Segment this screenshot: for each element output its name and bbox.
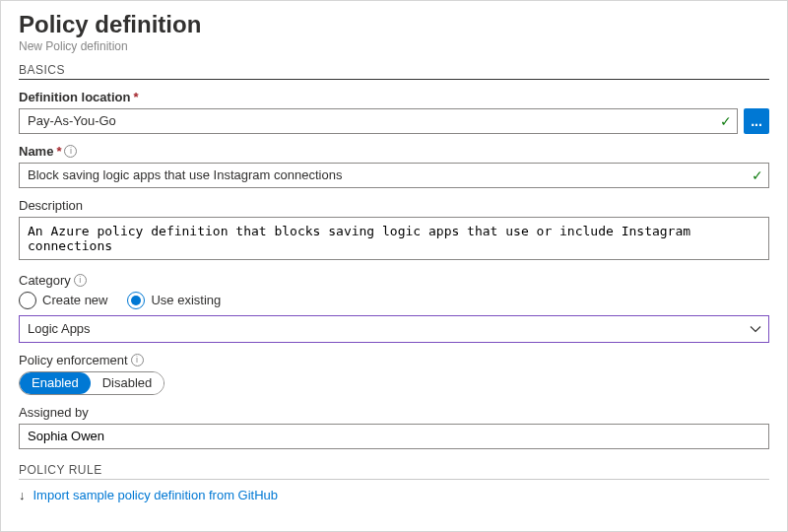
required-star-icon: * (133, 90, 138, 104)
toggle-disabled[interactable]: Disabled (91, 372, 164, 394)
description-textarea[interactable]: An Azure policy definition that blocks s… (19, 217, 769, 260)
browse-location-button[interactable]: ... (744, 108, 769, 134)
radio-icon-selected (127, 292, 145, 309)
label-text: Definition location (19, 90, 130, 104)
policy-enforcement-toggle[interactable]: Enabled Disabled (19, 371, 164, 395)
field-assigned-by: Assigned by (19, 405, 769, 449)
radio-label: Use existing (151, 293, 221, 307)
toggle-enabled[interactable]: Enabled (20, 372, 91, 394)
import-sample-link[interactable]: ↓ Import sample policy definition from G… (19, 488, 278, 502)
radio-icon (19, 292, 36, 309)
page-subtitle: New Policy definition (19, 39, 769, 53)
policy-definition-panel: Policy definition New Policy definition … (0, 0, 788, 532)
category-radio-use-existing[interactable]: Use existing (127, 292, 221, 309)
ellipsis-icon: ... (751, 113, 762, 129)
info-icon[interactable]: i (64, 145, 77, 158)
field-policy-enforcement: Policy enforcement i Enabled Disabled (19, 353, 769, 395)
definition-location-label: Definition location * (19, 90, 769, 104)
label-text: Name (19, 144, 53, 159)
section-basics-heading: BASICS (19, 63, 769, 77)
download-icon: ↓ (19, 488, 26, 502)
divider (19, 79, 769, 80)
description-label: Description (19, 198, 769, 213)
field-definition-location: Definition location * ✓ ... (19, 90, 769, 134)
link-text: Import sample policy definition from Git… (33, 488, 279, 502)
policy-enforcement-label: Policy enforcement i (19, 353, 769, 367)
page-title: Policy definition (19, 11, 769, 39)
name-label: Name * i (19, 144, 769, 159)
definition-location-input[interactable] (19, 108, 738, 134)
select-value: Logic Apps (28, 321, 91, 336)
label-text: Category (19, 273, 71, 288)
category-label: Category i (19, 273, 769, 288)
category-select[interactable]: Logic Apps (19, 315, 769, 343)
category-radio-create-new[interactable]: Create new (19, 292, 107, 309)
field-description: Description An Azure policy definition t… (19, 198, 769, 263)
section-policy-rule-heading: POLICY RULE (19, 463, 769, 477)
info-icon[interactable]: i (131, 354, 144, 366)
assigned-by-label: Assigned by (19, 405, 769, 420)
info-icon[interactable]: i (74, 274, 87, 287)
label-text: Policy enforcement (19, 353, 128, 367)
name-input[interactable] (19, 163, 769, 188)
required-star-icon: * (56, 144, 61, 159)
divider (19, 479, 769, 480)
field-category: Category i Create new Use existing Logic… (19, 273, 769, 343)
assigned-by-input[interactable] (19, 424, 769, 449)
field-name: Name * i ✓ (19, 144, 769, 188)
radio-label: Create new (42, 293, 107, 307)
